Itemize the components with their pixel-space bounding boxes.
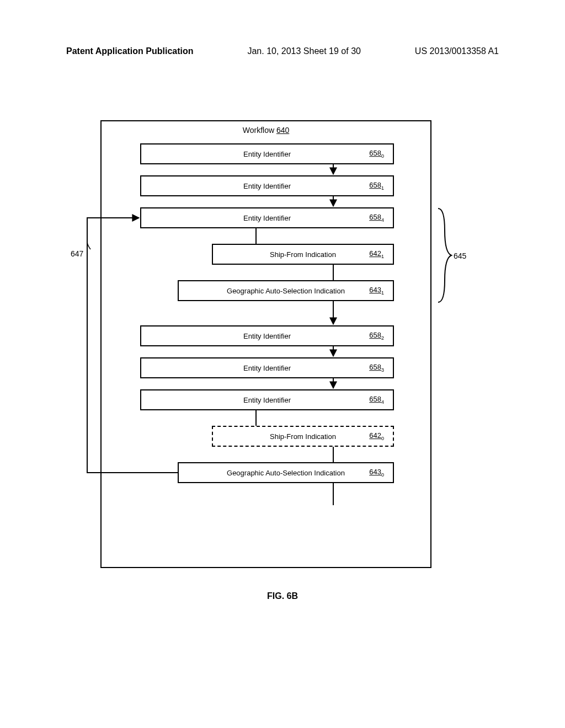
block-label: Entity Identifier: [243, 332, 291, 340]
block-ref: 6582: [369, 331, 384, 341]
entity-identifier-block-0: Entity Identifier 6580: [140, 143, 394, 164]
entity-identifier-block-1: Entity Identifier 6581: [140, 175, 394, 196]
block-ref: 6581: [369, 181, 384, 191]
date-sheet: Jan. 10, 2013 Sheet 19 of 30: [247, 46, 361, 56]
block-label: Geographic Auto-Selection Indication: [227, 287, 345, 295]
entity-identifier-block-4b: Entity Identifier 6584: [140, 389, 394, 410]
ship-from-indication-block-1: Ship-From Indication 6421: [212, 244, 394, 265]
block-ref: 6583: [369, 363, 384, 373]
entity-identifier-block-3: Entity Identifier 6583: [140, 357, 394, 378]
figure-caption: FIG. 6B: [0, 591, 565, 601]
brace-645: 645: [435, 208, 462, 302]
block-ref: 6430: [369, 468, 384, 478]
block-label: Entity Identifier: [243, 214, 291, 222]
ship-from-indication-block-0: Ship-From Indication 6420: [212, 426, 394, 447]
block-ref: 6584: [369, 213, 384, 223]
block-label: Entity Identifier: [243, 182, 291, 190]
block-ref: 6431: [369, 286, 384, 296]
geo-auto-selection-block-1: Geographic Auto-Selection Indication 643…: [178, 280, 394, 301]
workflow-title: Workflow 640: [102, 121, 430, 135]
brace-ref-645: 645: [454, 251, 466, 260]
block-label: Geographic Auto-Selection Indication: [227, 469, 345, 477]
block-label: Ship-From Indication: [270, 250, 336, 259]
entity-identifier-block-2: Entity Identifier 6582: [140, 325, 394, 346]
block-ref: 6580: [369, 149, 384, 159]
block-label: Entity Identifier: [243, 364, 291, 372]
page-header: Patent Application Publication Jan. 10, …: [0, 0, 565, 56]
block-label: Entity Identifier: [243, 396, 291, 404]
block-label: Ship-From Indication: [270, 432, 336, 441]
workflow-title-label: Workflow: [243, 126, 274, 135]
entity-identifier-block-4a: Entity Identifier 6584: [140, 207, 394, 228]
workflow-title-ref: 640: [276, 126, 289, 135]
publication-type: Patent Application Publication: [66, 46, 194, 56]
block-ref: 6584: [369, 395, 384, 405]
block-ref: 6421: [369, 249, 384, 259]
block-ref: 6420: [369, 431, 384, 441]
block-label: Entity Identifier: [243, 150, 291, 158]
loop-ref-647: 647: [71, 249, 83, 258]
geo-auto-selection-block-0: Geographic Auto-Selection Indication 643…: [178, 462, 394, 483]
workflow-container: Workflow 640 Entity Identifier 6580 Enti…: [100, 120, 431, 568]
publication-number: US 2013/0013358 A1: [415, 46, 499, 56]
